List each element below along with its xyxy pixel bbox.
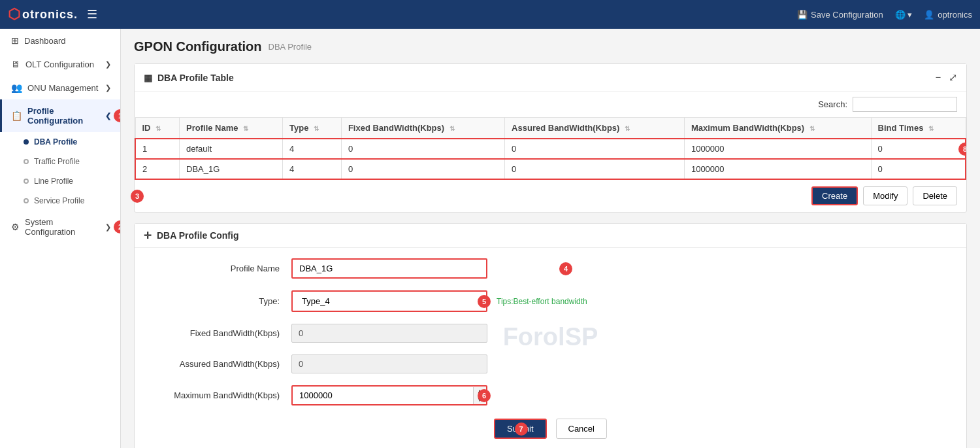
navbar-left: ⬡ otronics. ☰ (8, 6, 97, 23)
expand-icon[interactable]: ⤢ (949, 71, 957, 84)
sidebar-item-onu-management[interactable]: 👥 ONU Management ❯ (0, 76, 120, 99)
table-actions: 3 Create Modify Delete (135, 180, 966, 212)
user-label: optronics (938, 10, 972, 20)
cell-assured-bw: 0 (505, 139, 685, 159)
logo-text: otronics. (22, 8, 78, 22)
save-config-label: Save Configuration (811, 10, 883, 20)
table-icon: ▦ (144, 73, 152, 83)
logo: ⬡ otronics. (8, 6, 78, 23)
max-bw-input[interactable] (293, 387, 473, 404)
globe-button[interactable]: 🌐 ▾ (895, 10, 913, 20)
col-assured-bw: Assured BandWidth(Kbps) ⇅ (505, 118, 685, 139)
page-subtitle: DBA Profile (269, 42, 312, 52)
user-icon: 👤 (924, 10, 934, 20)
type-select[interactable]: Type_1 Type_2 Type_3 Type_4 Type_5 (291, 290, 487, 312)
type-tip: Tips:Best-effort bandwidth (497, 297, 587, 306)
dba-table-title: ▦ DBA Profile Table (144, 73, 234, 83)
profile-icon: 📋 (11, 111, 22, 121)
form-title-label: DBA Profile Config (157, 230, 238, 241)
sidebar-item-system-config[interactable]: ⚙ System Configuration ❯ 2 (0, 211, 120, 243)
sidebar-sub-item-line-profile[interactable]: Line Profile (0, 171, 120, 191)
save-config-button[interactable]: 💾 Save Configuration (797, 10, 883, 20)
form-row-assured-bw: Assured BandWidth(Kbps) 0 (148, 354, 953, 373)
sidebar-item-label: Dashboard (24, 36, 66, 46)
cell-type: 4 (283, 159, 342, 179)
sort-icon: ⇅ (625, 125, 630, 132)
dba-config-card-header: ✛ DBA Profile Config (135, 224, 966, 248)
table-card-actions: － ⤢ (933, 71, 957, 84)
profile-name-input[interactable] (291, 258, 487, 279)
page-title: GPON Configuration (134, 39, 262, 54)
col-fixed-bw: Fixed BandWidth(Kbps) ⇅ (341, 118, 504, 139)
form-row-fixed-bw: Fixed BandWidth(Kbps) 0 (148, 324, 953, 343)
dba-config-title: ✛ DBA Profile Config (144, 230, 238, 241)
sort-icon: ⇅ (449, 125, 455, 132)
sub-item-label: Service Profile (34, 196, 84, 205)
table-title-label: DBA Profile Table (157, 73, 234, 83)
sub-item-label: Traffic Profile (34, 157, 80, 166)
save-icon: 💾 (797, 10, 808, 20)
cell-type: 4 (283, 139, 342, 159)
sub-item-label: DBA Profile (34, 137, 77, 146)
chevron-icon: ❯ (105, 223, 111, 232)
fixed-bw-label: Fixed BandWidth(Kbps) (148, 328, 291, 338)
navbar: ⬡ otronics. ☰ 💾 Save Configuration 🌐 ▾ 👤… (0, 0, 980, 29)
chevron-icon: ❯ (105, 84, 111, 92)
cell-profile-name: default (180, 139, 283, 159)
annotation-badge-2: 2 (114, 220, 121, 233)
cell-bind-times: 0 (871, 159, 966, 179)
navbar-right: 💾 Save Configuration 🌐 ▾ 👤 optronics (797, 10, 972, 20)
form-section: Profile Name 4 Type: Type_1 Type_2 Type_… (135, 248, 966, 448)
sidebar-item-olt-config[interactable]: 🖥 OLT Configuration ❯ (0, 52, 120, 76)
table-row[interactable]: 2 DBA_1G 4 0 0 1000000 0 (135, 159, 966, 179)
user-menu[interactable]: 👤 optronics (924, 10, 972, 20)
minimize-icon[interactable]: － (933, 71, 943, 84)
form-row-profile-name: Profile Name 4 (148, 258, 953, 279)
page-title-area: GPON Configuration DBA Profile (134, 39, 967, 54)
sidebar-item-label: Profile Configuration (27, 106, 105, 126)
sidebar-item-label: OLT Configuration (25, 60, 94, 69)
sidebar-item-dashboard[interactable]: ⊞ Dashboard (0, 29, 120, 52)
profile-name-label: Profile Name (148, 264, 291, 273)
table-row[interactable]: 1 default 4 0 0 1000000 0 8 (135, 139, 966, 159)
dashboard-icon: ⊞ (11, 35, 19, 46)
sidebar-sub-item-traffic-profile[interactable]: Traffic Profile (0, 152, 120, 171)
sort-icon: ⇅ (809, 125, 815, 132)
annotation-badge-5: 5 (478, 295, 491, 308)
modify-button[interactable]: Modify (863, 186, 907, 205)
delete-button[interactable]: Delete (913, 186, 957, 205)
chevron-icon: ❯ (105, 60, 111, 69)
sidebar-item-profile-config[interactable]: 📋 Profile Configuration ❮ 1 (0, 99, 120, 132)
sidebar-sub-item-dba-profile[interactable]: DBA Profile (0, 132, 120, 152)
sidebar-sub-item-service-profile[interactable]: Service Profile (0, 191, 120, 211)
dba-table-card-header: ▦ DBA Profile Table － ⤢ (135, 64, 966, 92)
col-id: ID ⇅ (135, 118, 180, 139)
col-max-bw: Maximum BandWidth(Kbps) ⇅ (684, 118, 871, 139)
sort-icon: ⇅ (928, 125, 934, 132)
form-actions: 7 Submit Cancel (148, 419, 953, 439)
dba-table-card: ▦ DBA Profile Table － ⤢ Search: ID (134, 63, 967, 213)
dba-table: ID ⇅ Profile Name ⇅ Type ⇅ Fixed BandWid… (135, 117, 966, 180)
form-icon: ✛ (144, 230, 152, 241)
create-button[interactable]: Create (811, 186, 858, 205)
dba-config-card: ✛ DBA Profile Config ForolSP Profile Nam… (134, 223, 967, 448)
type-label: Type: (148, 296, 291, 306)
col-bind-times: Bind Times ⇅ (871, 118, 966, 139)
annotation-badge-7: 7 (515, 422, 528, 436)
cell-fixed-bw: 0 (341, 139, 504, 159)
olt-icon: 🖥 (11, 59, 20, 69)
table-wrapper: ID ⇅ Profile Name ⇅ Type ⇅ Fixed BandWid… (135, 117, 966, 180)
max-bw-label: Maximum BandWidth(Kbps) (148, 390, 291, 400)
annotation-badge-6: 6 (478, 389, 491, 402)
system-icon: ⚙ (11, 222, 20, 232)
layout: ⊞ Dashboard 🖥 OLT Configuration ❯ 👥 ONU … (0, 29, 980, 448)
sub-item-label: Line Profile (34, 177, 73, 186)
search-input[interactable] (853, 97, 957, 112)
cancel-button[interactable]: Cancel (556, 419, 607, 439)
assured-bw-label: Assured BandWidth(Kbps) (148, 359, 291, 369)
chevron-icon: ❮ (105, 112, 111, 120)
hamburger-button[interactable]: ☰ (87, 7, 97, 22)
dot-icon (24, 139, 29, 145)
dot-icon (24, 198, 29, 203)
sort-icon: ⇅ (155, 125, 161, 132)
